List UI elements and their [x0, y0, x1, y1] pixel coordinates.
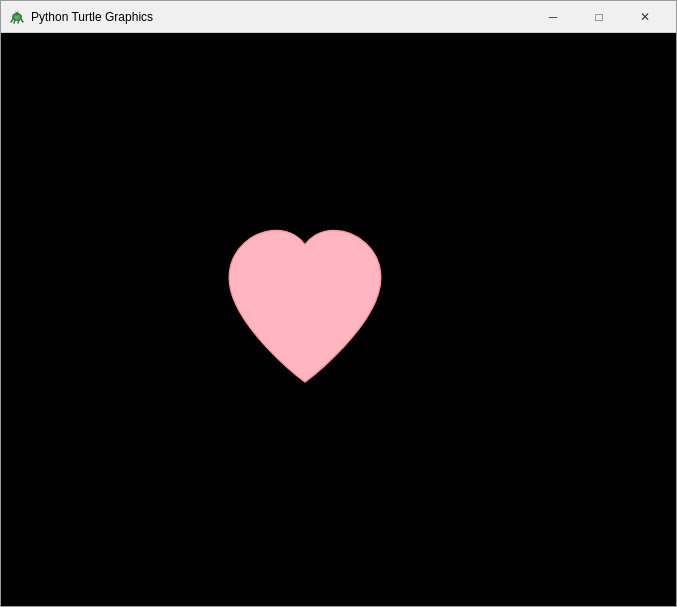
- heart-drawing: [205, 221, 405, 401]
- svg-line-5: [18, 20, 19, 23]
- minimize-button[interactable]: ─: [530, 1, 576, 33]
- app-window: Python Turtle Graphics ─ □ ✕: [0, 0, 677, 607]
- window-title: Python Turtle Graphics: [31, 10, 530, 24]
- heart-path: [229, 230, 381, 382]
- svg-line-6: [21, 19, 23, 22]
- turtle-icon: [9, 9, 25, 25]
- heart-svg: [205, 221, 405, 401]
- turtle-canvas: [1, 33, 676, 606]
- titlebar: Python Turtle Graphics ─ □ ✕: [1, 1, 676, 33]
- window-controls: ─ □ ✕: [530, 1, 668, 33]
- maximize-button[interactable]: □: [576, 1, 622, 33]
- svg-line-4: [14, 20, 15, 23]
- heart-shape: [205, 221, 405, 401]
- svg-line-3: [11, 19, 13, 22]
- close-button[interactable]: ✕: [622, 1, 668, 33]
